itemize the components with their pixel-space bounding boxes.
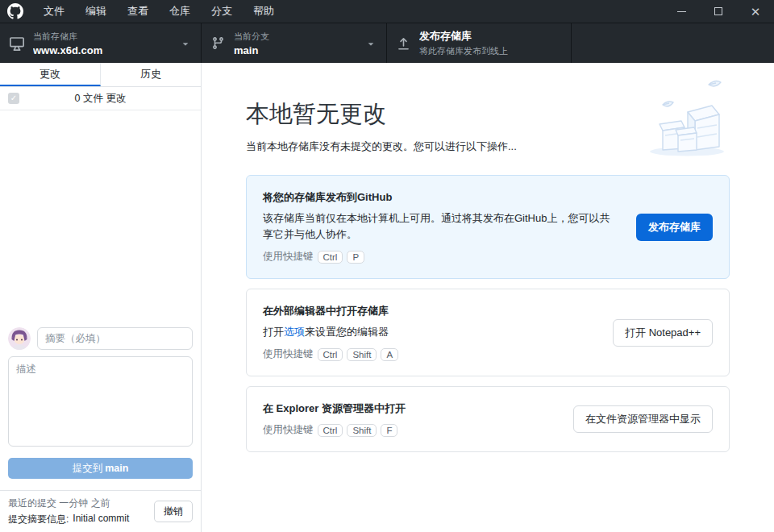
- kbd-key: Ctrl: [318, 348, 343, 361]
- body-prefix: 打开: [263, 326, 284, 338]
- current-repository-button[interactable]: 当前存储库 www.x6d.com: [0, 23, 202, 63]
- suggested-actions: 将您的存储库发布到GitHub 该存储库当前仅在本地计算机上可用。通过将其发布在…: [246, 175, 730, 452]
- maximize-icon: [714, 7, 722, 15]
- close-icon: ✕: [751, 6, 761, 18]
- card-shortcut: 使用快捷键 Ctrl Shift A: [263, 347, 593, 361]
- repository-name: www.x6d.com: [33, 44, 173, 56]
- menu-edit[interactable]: 编辑: [75, 0, 117, 23]
- main-body: 更改 历史 ✓ 0 文件 更改: [0, 63, 774, 532]
- publish-subtitle: 将此存储库发布到线上: [419, 45, 561, 57]
- publish-repository-button[interactable]: 发布存储库 将此存储库发布到线上: [387, 23, 572, 63]
- branch-name: main: [234, 44, 359, 56]
- options-link[interactable]: 选项: [284, 326, 305, 338]
- current-repository-text: 当前存储库 www.x6d.com: [33, 31, 173, 56]
- card-shortcut: 使用快捷键 Ctrl Shift F: [263, 423, 554, 437]
- publish-repository-action-button[interactable]: 发布存储库: [636, 214, 713, 241]
- kbd-key: Shift: [347, 348, 377, 361]
- sidebar-tabs: 更改 历史: [0, 63, 201, 87]
- card-content: 在外部编辑器中打开存储库 打开选项来设置您的编辑器 使用快捷键 Ctrl Shi…: [263, 304, 593, 361]
- changes-list-empty-area: [0, 110, 201, 319]
- open-in-editor-card: 在外部编辑器中打开存储库 打开选项来设置您的编辑器 使用快捷键 Ctrl Shi…: [246, 289, 730, 376]
- chevron-down-icon: [180, 38, 191, 49]
- menu-branch[interactable]: 分支: [201, 0, 243, 23]
- files-changed-row: ✓ 0 文件 更改: [0, 87, 201, 110]
- open-notepad-button[interactable]: 打开 Notepad++: [613, 319, 713, 347]
- publish-to-github-card: 将您的存储库发布到GitHub 该存储库当前仅在本地计算机上可用。通过将其发布在…: [246, 175, 730, 279]
- sidebar: 更改 历史 ✓ 0 文件 更改: [0, 63, 202, 532]
- undo-button[interactable]: 撤销: [154, 501, 193, 522]
- commit-summary-value: Initial commit: [73, 513, 129, 526]
- menu-repository[interactable]: 仓库: [159, 0, 201, 23]
- card-body: 该存储库当前仅在本地计算机上可用。通过将其发布在GitHub上，您可以共享它并与…: [263, 210, 617, 243]
- main-content: 本地暂无更改 当前本地存储库没有未提交的更改。您可以进行以下操作... 将您的存…: [202, 63, 774, 532]
- tab-changes[interactable]: 更改: [0, 63, 101, 86]
- recent-commit-time: 最近的提交 一分钟 之前: [8, 497, 154, 510]
- shortcut-label: 使用快捷键: [263, 347, 314, 361]
- card-content: 将您的存储库发布到GitHub 该存储库当前仅在本地计算机上可用。通过将其发布在…: [263, 190, 617, 264]
- title-bar: 文件 编辑 查看 仓库 分支 帮助 ✕: [0, 0, 774, 23]
- card-title: 将您的存储库发布到GitHub: [263, 190, 617, 205]
- toolbar: 当前存储库 www.x6d.com 当前分支 main: [0, 23, 774, 63]
- card-content: 在 Explorer 资源管理器中打开 使用快捷键 Ctrl Shift F: [263, 401, 554, 437]
- description-textarea[interactable]: [8, 356, 193, 447]
- kbd-key: F: [381, 424, 397, 437]
- current-branch-text: 当前分支 main: [234, 31, 359, 56]
- commit-to-main-button[interactable]: 提交到main: [8, 458, 193, 479]
- recent-commit-summary: 提交摘要信息: Initial commit: [8, 513, 154, 526]
- git-branch-icon: [211, 36, 225, 50]
- menu-view[interactable]: 查看: [117, 0, 159, 23]
- card-title: 在外部编辑器中打开存储库: [263, 304, 593, 318]
- menu-help[interactable]: 帮助: [243, 0, 285, 23]
- commit-summary-row: [8, 327, 193, 350]
- commit-button-branch: main: [105, 463, 128, 474]
- tab-history[interactable]: 历史: [101, 63, 201, 86]
- card-action: 在文件资源管理器中显示: [573, 405, 713, 433]
- commit-button-prefix: 提交到: [73, 463, 103, 474]
- minimize-icon: [677, 11, 686, 12]
- commit-summary-label: 提交摘要信息:: [8, 513, 69, 526]
- kbd-key: A: [381, 348, 398, 361]
- monitor-icon: [10, 36, 24, 51]
- publish-title: 发布存储库: [419, 29, 561, 44]
- current-branch-button[interactable]: 当前分支 main: [202, 23, 387, 63]
- card-action: 发布存储库: [636, 214, 713, 241]
- kbd-key: Ctrl: [318, 251, 343, 264]
- shortcut-label: 使用快捷键: [263, 250, 314, 264]
- show-in-explorer-button[interactable]: 在文件资源管理器中显示: [573, 405, 713, 433]
- card-title: 在 Explorer 资源管理器中打开: [263, 401, 554, 416]
- boxes-illustration: [639, 77, 734, 163]
- kbd-key: P: [347, 251, 364, 264]
- card-shortcut: 使用快捷键 Ctrl P: [263, 250, 617, 264]
- open-in-explorer-card: 在 Explorer 资源管理器中打开 使用快捷键 Ctrl Shift F 在…: [246, 386, 730, 452]
- upload-icon: [397, 36, 410, 50]
- summary-input[interactable]: [37, 327, 193, 350]
- window-controls: ✕: [663, 0, 774, 23]
- github-logo-icon: [7, 3, 23, 19]
- github-desktop-window: 文件 编辑 查看 仓库 分支 帮助 ✕ 当前存储库 www.x6d.com: [0, 0, 774, 532]
- files-changed-label: 0 文件 更改: [0, 92, 201, 106]
- minimize-button[interactable]: [663, 0, 700, 23]
- recent-commit-info: 最近的提交 一分钟 之前 提交摘要信息: Initial commit: [8, 497, 154, 526]
- kbd-key: Shift: [347, 424, 377, 437]
- publish-repository-text: 发布存储库 将此存储库发布到线上: [419, 29, 561, 57]
- select-all-checkbox[interactable]: ✓: [8, 93, 19, 104]
- chevron-down-icon: [365, 38, 377, 49]
- repository-label: 当前存储库: [33, 31, 173, 43]
- branch-label: 当前分支: [234, 31, 359, 43]
- shortcut-label: 使用快捷键: [263, 423, 314, 437]
- card-action: 打开 Notepad++: [613, 319, 713, 347]
- maximize-button[interactable]: [700, 0, 737, 23]
- body-suffix: 来设置您的编辑器: [305, 326, 389, 338]
- recent-commit-footer: 最近的提交 一分钟 之前 提交摘要信息: Initial commit 撤销: [0, 490, 201, 532]
- kbd-key: Ctrl: [318, 424, 343, 437]
- avatar: [8, 327, 31, 350]
- menu-file[interactable]: 文件: [33, 0, 75, 23]
- commit-form: 提交到main: [0, 319, 201, 490]
- card-body: 打开选项来设置您的编辑器: [263, 324, 593, 340]
- close-button[interactable]: ✕: [737, 0, 774, 23]
